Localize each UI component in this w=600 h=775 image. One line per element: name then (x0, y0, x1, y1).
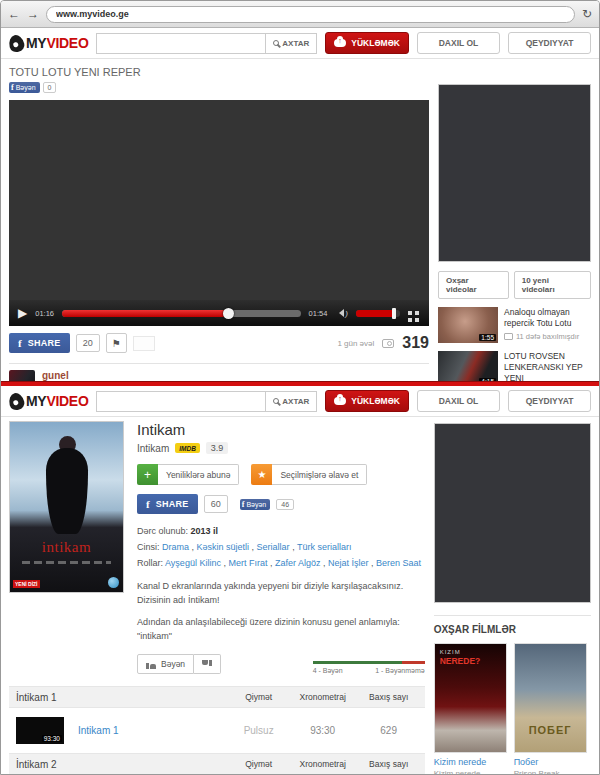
thumbs-down-icon (202, 660, 212, 669)
column-price: Qiymət (232, 692, 286, 702)
logo-video: VIDEO (46, 393, 88, 409)
column-views: Baxış sayı (360, 692, 418, 702)
uploader-row[interactable]: gunel (9, 370, 429, 381)
tab-new-videos[interactable]: 10 yeni videoları (514, 271, 591, 299)
duration: 01:54 (309, 309, 328, 318)
search-button-label: AXTAR (282, 397, 309, 406)
fb-share-button[interactable]: f SHARE (9, 333, 70, 353)
share-count: 60 (204, 495, 228, 513)
like-button-label: Bəyən (161, 659, 185, 669)
episode-link[interactable]: Intikam 1 (78, 725, 232, 736)
current-time: 01:16 (35, 309, 54, 318)
register-button[interactable]: QEYDIYYAT (508, 32, 591, 54)
cast-link[interactable]: Zafer Algöz (275, 558, 328, 568)
video-page: MYVIDEO AXTAR YÜKLƏMƏK DAXIL OL QEYDIYYA… (1, 28, 599, 381)
login-button[interactable]: DAXIL OL (417, 32, 500, 54)
video-title-link[interactable]: Analoqu olmayan repercik Totu Lotu (504, 307, 591, 329)
fullscreen-icon[interactable] (408, 311, 412, 315)
play-icon[interactable]: ▶ (18, 307, 27, 319)
episode-row[interactable]: 93:30 Intikam 1 Pulsuz 93:30 629 (9, 708, 425, 753)
seek-bar[interactable] (62, 310, 301, 317)
like-button[interactable]: Bəyən (137, 654, 194, 674)
genre-link[interactable]: Türk serialları (297, 542, 352, 552)
video-screen[interactable] (9, 100, 429, 300)
sidebar-video-item[interactable]: 1:55 Analoqu olmayan repercik Totu Lotu … (438, 307, 591, 343)
episode-duration: 93:30 (286, 725, 360, 736)
add-favorites-button[interactable]: ★ Seçilmişlərə əlavə et (251, 464, 367, 485)
subscribe-button[interactable]: + Yeniliklərə abunə (137, 464, 239, 485)
genre-link[interactable]: Seriallar (257, 542, 297, 552)
video-thumbnail[interactable]: 1:55 (438, 307, 498, 343)
fb-share-button[interactable]: f SHARE (137, 494, 198, 514)
similar-film-item[interactable]: KIZIM NEREDE? Kizim nerede Kizim nerede … (434, 643, 507, 774)
site-logo[interactable]: MYVIDEO (9, 35, 88, 52)
tab-similar-videos[interactable]: Oxşar videolar (438, 271, 509, 299)
description: Adından da anlaşılabileceği üzere dizini… (137, 616, 425, 643)
duration-badge: 1:55 (479, 334, 496, 341)
logo-icon (7, 391, 26, 411)
search-button[interactable]: AXTAR (265, 391, 317, 412)
search-input[interactable] (96, 33, 265, 54)
uploader-name[interactable]: gunel (42, 370, 69, 381)
share-label: SHARE (156, 499, 189, 509)
film-original-title: Kizim nerede (434, 769, 507, 774)
series-subtitle: Intikam (137, 443, 169, 454)
sidebar-video-item[interactable]: 4:15 LOTU ROVSEN LENKERANSKI YEP YENI 17… (438, 351, 591, 381)
upload-button[interactable]: YÜKLƏMƏK (325, 32, 409, 54)
volume-slider[interactable] (356, 310, 400, 317)
search-bar: AXTAR (96, 391, 317, 412)
poster-credits (22, 561, 111, 564)
fb-like-button[interactable]: f Bəyən (9, 82, 40, 93)
genre-link[interactable]: Kəskin süjetli (197, 542, 257, 552)
search-button[interactable]: AXTAR (265, 33, 317, 54)
site-header: MYVIDEO AXTAR YÜKLƏMƏK DAXIL OL QEYDIYYA… (1, 28, 599, 59)
uploader-avatar[interactable] (9, 370, 35, 381)
cast-link[interactable]: Beren Saat (376, 558, 421, 568)
similar-film-item[interactable]: ПОБЕГ Побег Prison Break 2005 IMDB 8.5 (514, 643, 587, 774)
login-button[interactable]: DAXIL OL (417, 390, 500, 412)
forward-icon[interactable]: → (27, 8, 39, 20)
share-count: 20 (76, 334, 100, 352)
report-flag-button[interactable]: ⚑ (106, 333, 127, 353)
fb-like-label: Bəyən (246, 501, 266, 508)
poster-badge: YENİ DİZİ (13, 580, 40, 588)
volume-icon[interactable]: ) (335, 309, 348, 318)
browser-chrome: ← → ↻ (1, 1, 599, 28)
film-title-link[interactable]: Kizim nerede (434, 757, 507, 767)
cast-link[interactable]: Nejat İşler (328, 558, 376, 568)
series-poster[interactable]: intikam YENİ DİZİ (9, 421, 124, 593)
episode-section-header: İntikam 2 Qiymət Xronometraj Baxış sayı (9, 753, 425, 774)
upload-button[interactable]: YÜKLƏMƏK (325, 390, 409, 412)
film-poster[interactable]: ПОБЕГ (514, 643, 587, 753)
genre-link[interactable]: Drama (162, 542, 197, 552)
logo-my: MY (26, 35, 46, 51)
dislikes-count: 1 - Bəyənməmə (375, 667, 424, 674)
cast-link[interactable]: Ayşegül Kilinc (165, 558, 228, 568)
posted-time: 1 gün əvəl (337, 339, 374, 348)
video-title-link[interactable]: LOTU ROVSEN LENKERANSKI YEP YENI (504, 351, 591, 381)
video-thumbnail[interactable]: 4:15 (438, 351, 498, 381)
film-title-link[interactable]: Побег (514, 757, 587, 767)
upload-icon (334, 397, 346, 405)
register-button[interactable]: QEYDIYYAT (508, 390, 591, 412)
share-label: SHARE (28, 338, 61, 348)
fb-like-button[interactable]: f Bəyən (240, 499, 271, 510)
imdb-rating: 3.9 (206, 442, 229, 454)
volume-handle[interactable] (392, 308, 396, 319)
poster-figure (46, 448, 88, 534)
back-icon[interactable]: ← (8, 8, 20, 20)
cast-link[interactable]: Mert Fırat (228, 558, 275, 568)
browser-window: ← → ↻ MYVIDEO AXTAR YÜKLƏMƏK DAXIL OL (0, 0, 600, 775)
reload-icon[interactable]: ↻ (582, 7, 592, 21)
film-poster[interactable]: KIZIM NEREDE? (434, 643, 507, 753)
video-page-content: TOTU LOTU YENI REPER f Bəyən 0 ▶ 01:16 (1, 59, 599, 381)
url-bar[interactable] (46, 6, 575, 23)
favorite-label: Seçilmişlərə əlavə et (272, 464, 367, 485)
episode-thumbnail[interactable]: 93:30 (16, 717, 64, 744)
site-logo[interactable]: MYVIDEO (9, 393, 88, 410)
search-input[interactable] (96, 391, 265, 412)
dislike-button[interactable] (194, 654, 221, 674)
genres-row: Cinsi: DramaKəskin süjetliSeriallarTürk … (137, 540, 425, 556)
poster-text: NEREDE? (440, 656, 481, 666)
seek-handle[interactable] (223, 308, 234, 319)
